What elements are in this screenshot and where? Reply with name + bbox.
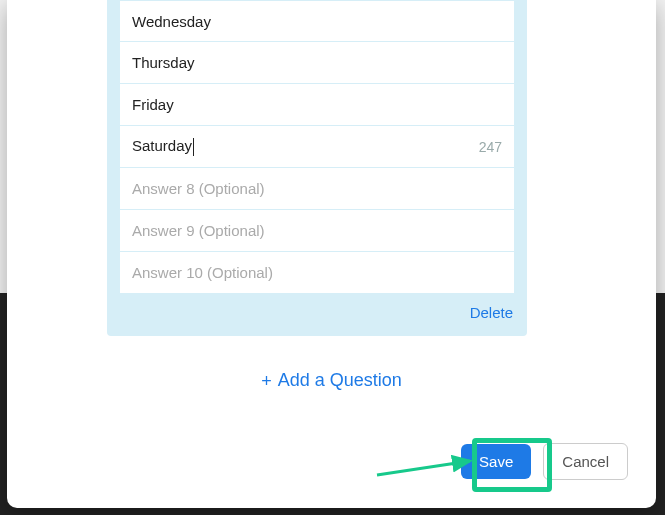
answer-input-value: Thursday — [132, 54, 195, 71]
answer-input-value: Wednesday — [132, 13, 211, 30]
answer-input-value: Saturday — [132, 137, 194, 156]
answer-input-row[interactable]: Answer 8 (Optional) — [119, 168, 515, 210]
answer-input-value: Friday — [132, 96, 174, 113]
answer-input-row[interactable]: Friday — [119, 84, 515, 126]
answer-input-placeholder: Answer 10 (Optional) — [132, 264, 273, 281]
delete-link[interactable]: Delete — [470, 304, 513, 321]
delete-row: Delete — [119, 294, 515, 324]
answer-input-row[interactable]: Wednesday — [119, 0, 515, 42]
answer-input-row[interactable]: Answer 10 (Optional) — [119, 252, 515, 294]
answer-input-row-active[interactable]: Saturday 247 — [119, 126, 515, 168]
text-cursor — [193, 138, 194, 156]
answer-input-placeholder: Answer 9 (Optional) — [132, 222, 265, 239]
plus-icon: + — [261, 372, 272, 390]
add-question-label: Add a Question — [278, 370, 402, 391]
svg-line-1 — [377, 461, 470, 475]
answer-input-placeholder: Answer 8 (Optional) — [132, 180, 265, 197]
save-button[interactable]: Save — [461, 444, 531, 479]
answer-input-row[interactable]: Answer 9 (Optional) — [119, 210, 515, 252]
question-card: Wednesday Thursday Friday Saturday 247 A… — [107, 0, 527, 336]
modal-dialog: Wednesday Thursday Friday Saturday 247 A… — [7, 0, 656, 508]
modal-footer: Save Cancel — [461, 443, 628, 480]
add-question-row: + Add a Question — [7, 370, 656, 391]
answer-list: Wednesday Thursday Friday Saturday 247 A… — [119, 0, 515, 294]
cancel-button[interactable]: Cancel — [543, 443, 628, 480]
add-question-button[interactable]: + Add a Question — [261, 370, 402, 391]
character-count: 247 — [479, 139, 502, 155]
answer-input-row[interactable]: Thursday — [119, 42, 515, 84]
